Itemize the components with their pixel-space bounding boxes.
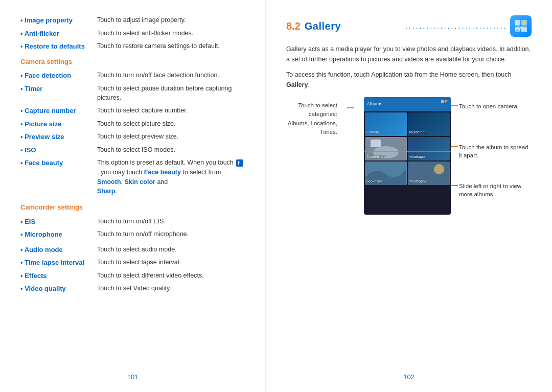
- annotation-slide-text: Slide left or right to view more albums.: [459, 182, 532, 198]
- slide-arrow-line: [451, 185, 458, 186]
- camcorder-settings-header: Camcorder settings: [20, 202, 245, 213]
- gallery-screenshot: Albums 📷 Camera: [364, 97, 451, 215]
- left-page: Image property Touch to adjust image pro…: [0, 0, 266, 392]
- gs-header: Albums 📷: [364, 97, 451, 111]
- section-name-gallery: Gallery: [305, 18, 405, 34]
- label-effects: Effects: [20, 271, 97, 281]
- desc-effects: Touch to select different video effects.: [97, 271, 245, 281]
- annotation-camera-text: Touch to open camera.: [459, 102, 519, 110]
- gs-cell-4: bookmark: [365, 162, 407, 185]
- entry-restore-defaults: Restore to defaults Touch to restore cam…: [20, 41, 245, 52]
- desc-iso: Touch to select ISO modes.: [97, 145, 245, 155]
- entry-eis: EIS Touch to turn on/off EIS.: [20, 217, 245, 227]
- desc-capture-number: Touch to select capture number.: [97, 106, 245, 116]
- gs-cell-3: whatsapp: [408, 137, 450, 160]
- annotation-left: Touch to select categories: Albums, Loca…: [286, 97, 337, 136]
- label-microphone: Microphone: [20, 229, 97, 240]
- entry-preview-size: Preview size Touch to select preview siz…: [20, 132, 245, 142]
- arrow-area-left: [346, 97, 356, 108]
- entry-timer: Timer Touch to select pause duration bef…: [20, 84, 245, 103]
- entry-face-beauty: Face beauty This option is preset as def…: [20, 158, 245, 196]
- section-header-gallery: 8.2 Gallery ............................…: [286, 15, 532, 37]
- gallery-desc1: Gallery acts as a media player for you t…: [286, 44, 532, 64]
- label-preview-size: Preview size: [20, 132, 97, 142]
- spread-line: [364, 151, 451, 152]
- svg-rect-5: [441, 100, 444, 103]
- gs-cell-2: Screenshots: [365, 137, 407, 160]
- annotation-select-text: Touch to select categories: Albums, Loca…: [286, 101, 337, 136]
- label-iso: ISO: [20, 145, 97, 155]
- label-capture-number: Capture number: [20, 106, 97, 116]
- desc-restore-defaults: Touch to restore camera settings to defa…: [97, 41, 245, 51]
- label-video-quality: Video quality: [20, 284, 97, 294]
- entry-video-quality: Video quality Touch to set Video quality…: [20, 284, 245, 294]
- gs-grid: Camera lockscreen Screenshots: [364, 111, 451, 186]
- face-beauty-icon: [236, 159, 243, 167]
- desc-face-detection: Touch to turn on/off face detection func…: [97, 71, 245, 80]
- entry-anti-flicker: Anti-flicker Touch to select anti-flicke…: [20, 29, 245, 39]
- svg-point-4: [522, 21, 525, 25]
- left-page-number: 101: [127, 372, 139, 382]
- entry-image-property: Image property Touch to adjust image pro…: [20, 15, 245, 26]
- arrow-line-select: [347, 107, 354, 108]
- desc-anti-flicker: Touch to select anti-flicker modes.: [97, 29, 245, 38]
- entry-iso: ISO Touch to select ISO modes.: [20, 145, 245, 155]
- entry-picture-size: Picture size Touch to select picture siz…: [20, 119, 245, 129]
- section-number: 8.2: [286, 18, 301, 34]
- desc-face-beauty: This option is preset as default. When y…: [97, 158, 245, 196]
- desc-preview-size: Touch to select preview size.: [97, 132, 245, 142]
- right-page: 8.2 Gallery ............................…: [266, 0, 552, 392]
- annotation-album-text: Touch the album to spread it apart.: [459, 143, 532, 159]
- svg-text:📷: 📷: [446, 101, 448, 103]
- gs-cell-1: lockscreen: [408, 112, 450, 136]
- label-face-beauty: Face beauty: [20, 158, 97, 168]
- gallery-icon: [510, 15, 532, 37]
- desc-picture-size: Touch to select picture size.: [97, 119, 245, 129]
- label-time-lapse: Time lapse interval: [20, 258, 97, 268]
- desc-eis: Touch to turn on/off EIS.: [97, 217, 245, 226]
- svg-rect-11: [371, 140, 381, 147]
- camera-settings-header: Camera settings: [20, 57, 245, 67]
- desc-video-quality: Touch to set Video quality.: [97, 284, 245, 293]
- section-dots: ........................................…: [405, 21, 506, 32]
- gs-cell-0: Camera: [365, 112, 407, 136]
- entry-effects: Effects Touch to select different video …: [20, 271, 245, 281]
- gallery-demo-area: Touch to select categories: Albums, Loca…: [286, 97, 532, 215]
- entry-face-detection: Face detection Touch to turn on/off face…: [20, 71, 245, 81]
- entry-audio-mode: Audio mode Touch to select audio mode.: [20, 245, 245, 255]
- label-timer: Timer: [20, 84, 97, 94]
- label-anti-flicker: Anti-flicker: [20, 29, 97, 39]
- right-page-number: 102: [403, 372, 415, 382]
- label-eis: EIS: [20, 217, 97, 227]
- entry-time-lapse: Time lapse interval Touch to select laps…: [20, 258, 245, 268]
- gallery-desc2: To access this function, touch Applicati…: [286, 70, 532, 90]
- camera-arrow-line: [451, 105, 458, 106]
- label-restore-defaults: Restore to defaults: [20, 41, 97, 52]
- entry-capture-number: Capture number Touch to select capture n…: [20, 106, 245, 116]
- desc-time-lapse: Touch to select lapse interval.: [97, 258, 245, 267]
- label-audio-mode: Audio mode: [20, 245, 97, 255]
- desc-image-property: Touch to adjust image property.: [97, 15, 245, 25]
- annotations-right: Touch to open camera. Touch the album to…: [459, 97, 532, 215]
- gs-cell-5: whatsapp2: [408, 162, 450, 185]
- svg-rect-0: [515, 20, 520, 26]
- desc-audio-mode: Touch to select audio mode.: [97, 245, 245, 255]
- label-image-property: Image property: [20, 15, 97, 26]
- label-picture-size: Picture size: [20, 119, 97, 129]
- desc-timer: Touch to select pause duration before ca…: [97, 84, 245, 103]
- desc-microphone: Touch to turn on/off microphone.: [97, 229, 245, 239]
- svg-point-14: [434, 164, 444, 174]
- entry-microphone: Microphone Touch to turn on/off micropho…: [20, 229, 245, 240]
- label-face-detection: Face detection: [20, 71, 97, 81]
- album-arrow-line: [451, 146, 458, 147]
